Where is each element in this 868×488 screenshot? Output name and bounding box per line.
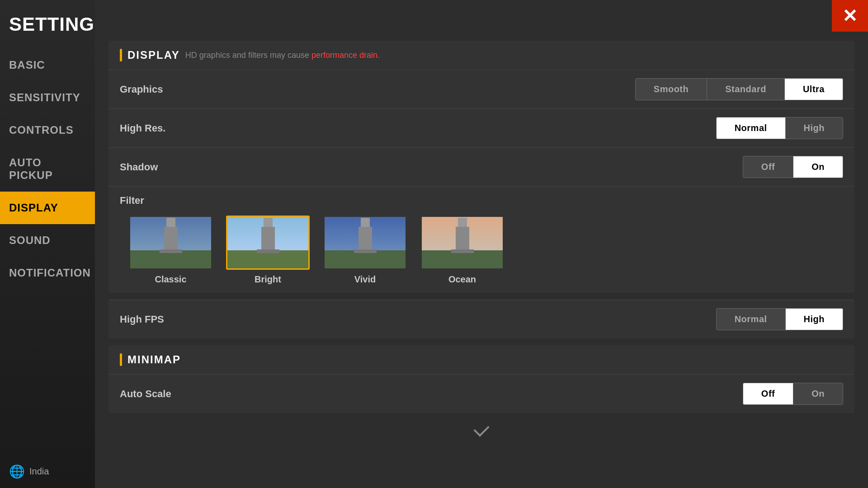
sidebar-item-auto-pickup[interactable]: AUTO PICKUP xyxy=(0,146,95,192)
sidebar-item-sensitivity[interactable]: SENSITIVITY xyxy=(0,81,95,114)
region-label: India xyxy=(29,466,49,477)
filter-vivid-item[interactable]: Vivid xyxy=(323,216,407,285)
chevron-down-icon xyxy=(473,421,489,436)
shadow-row: Shadow Off On xyxy=(108,147,854,186)
high-res-btn-group: Normal High xyxy=(716,117,843,139)
filter-vivid-thumb xyxy=(323,216,407,270)
graphics-standard-btn[interactable]: Standard xyxy=(707,79,785,100)
filter-classic-thumb xyxy=(129,216,212,270)
filter-bright-label: Bright xyxy=(255,274,281,285)
filter-row: Filter xyxy=(108,186,854,293)
shadow-off-btn[interactable]: Off xyxy=(743,156,793,178)
filter-classic-item[interactable]: Classic xyxy=(129,216,212,285)
sidebar: SETTINGS BASIC SENSITIVITY CONTROLS AUTO… xyxy=(0,0,95,488)
minimap-section: MINIMAP Auto Scale Off On xyxy=(108,345,854,413)
graphics-smooth-btn[interactable]: Smooth xyxy=(636,79,707,100)
auto-scale-label: Auto Scale xyxy=(120,388,743,400)
sidebar-item-sound[interactable]: SOUND xyxy=(0,224,95,257)
fps-section: High FPS Normal High xyxy=(108,300,854,338)
filter-vivid-label: Vivid xyxy=(354,274,376,285)
section-bar xyxy=(120,49,122,61)
auto-scale-btn-group: Off On xyxy=(743,383,843,405)
display-section-title: DISPLAY xyxy=(127,49,180,61)
graphics-ultra-btn[interactable]: Ultra xyxy=(785,79,843,100)
graphics-row: Graphics Smooth Standard Ultra xyxy=(108,70,854,108)
high-res-high-btn[interactable]: High xyxy=(786,117,843,139)
auto-scale-off-btn[interactable]: Off xyxy=(743,383,793,404)
high-res-normal-btn[interactable]: Normal xyxy=(717,117,786,139)
sidebar-item-notification[interactable]: NOTIFICATION xyxy=(0,257,95,289)
filter-ocean-label: Ocean xyxy=(448,274,476,285)
filter-bright-item[interactable]: Bright xyxy=(226,216,310,285)
shadow-on-btn[interactable]: On xyxy=(793,156,843,178)
minimap-section-header: MINIMAP xyxy=(108,345,854,374)
sidebar-footer: 🌐 India xyxy=(9,464,49,479)
performance-drain-text: performance drain. xyxy=(311,51,380,60)
filter-ocean-item[interactable]: Ocean xyxy=(420,216,504,285)
high-fps-label: High FPS xyxy=(120,314,716,325)
app-title: SETTINGS xyxy=(0,5,95,49)
close-button[interactable]: ✕ xyxy=(832,0,868,32)
scroll-indicator xyxy=(108,420,854,442)
sidebar-item-basic[interactable]: BASIC xyxy=(0,49,95,81)
minimap-section-title: MINIMAP xyxy=(127,353,181,366)
sidebar-item-display[interactable]: DISPLAY xyxy=(0,192,95,224)
shadow-btn-group: Off On xyxy=(743,156,843,178)
display-section-header: DISPLAY HD graphics and filters may caus… xyxy=(108,41,854,70)
high-fps-high-btn[interactable]: High xyxy=(786,309,843,330)
high-fps-row: High FPS Normal High xyxy=(108,300,854,338)
high-res-label: High Res. xyxy=(120,122,716,134)
globe-icon: 🌐 xyxy=(9,464,25,479)
sidebar-item-controls[interactable]: CONTROLS xyxy=(0,114,95,146)
display-section-subtitle: HD graphics and filters may cause perfor… xyxy=(185,51,380,60)
graphics-label: Graphics xyxy=(120,84,635,95)
shadow-label: Shadow xyxy=(120,161,743,173)
high-fps-btn-group: Normal High xyxy=(716,308,843,330)
filter-bright-thumb xyxy=(226,216,310,270)
graphics-btn-group: Smooth Standard Ultra xyxy=(635,78,843,100)
auto-scale-on-btn[interactable]: On xyxy=(793,383,843,404)
main-content: ✕ DISPLAY HD graphics and filters may ca… xyxy=(95,0,868,488)
high-res-row: High Res. Normal High xyxy=(108,108,854,147)
high-fps-normal-btn[interactable]: Normal xyxy=(717,309,786,330)
filter-options: Classic xyxy=(120,216,843,285)
display-section: DISPLAY HD graphics and filters may caus… xyxy=(108,41,854,293)
filter-classic-label: Classic xyxy=(155,274,186,285)
filter-ocean-thumb xyxy=(420,216,504,270)
minimap-section-bar xyxy=(120,353,122,366)
auto-scale-row: Auto Scale Off On xyxy=(108,374,854,413)
filter-label: Filter xyxy=(120,195,843,206)
